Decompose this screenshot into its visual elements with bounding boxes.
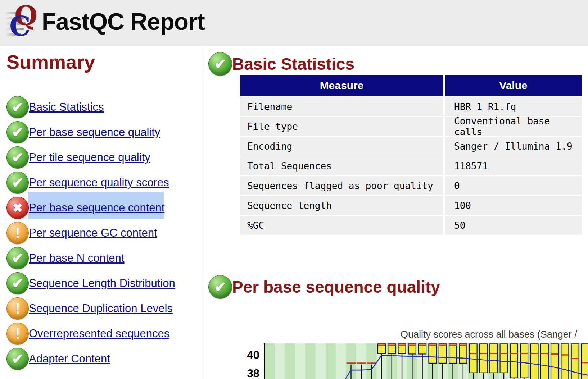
plot-band: [305, 343, 316, 379]
page-title: FastQC Report: [42, 8, 205, 35]
summary-link[interactable]: Overrepresented sequences: [29, 327, 169, 340]
basic-statistics-table: Measure Value FilenameHBR_1_R1.fqFile ty…: [240, 75, 582, 235]
value-cell: Sanger / Illumina 1.9: [445, 137, 582, 156]
value-cell: 0: [445, 176, 582, 195]
measure-cell: Sequence length: [240, 196, 443, 215]
quartile-box: [449, 344, 457, 363]
summary-item-sequence-duplication-levels: !Sequence Duplication Levels: [6, 296, 201, 321]
quartile-box: [490, 344, 497, 373]
quartile-box: [551, 344, 558, 379]
summary-item-per-sequence-gc-content: !Per sequence GC content: [6, 220, 201, 246]
quartile-box: [510, 344, 518, 378]
table-row: FilenameHBR_1_R1.fq: [240, 97, 582, 116]
pass-tick-icon: ✔: [6, 172, 29, 194]
logo-letter-c: C: [9, 11, 31, 42]
quality-boxplot-svg: 4038Quality scores across all bases (San…: [239, 325, 588, 379]
summary-link[interactable]: Per tile sequence quality: [29, 151, 150, 164]
quartile-box: [459, 344, 467, 363]
summary-heading: Summary: [6, 51, 95, 73]
summary-item-per-base-n-content: ✔Per base N content: [6, 246, 201, 271]
summary-link[interactable]: Per base sequence quality: [29, 126, 160, 139]
per-base-quality-section-header: ✔ Per base sequence quality: [208, 275, 440, 299]
plot-band: [264, 343, 275, 379]
table-row: File typeConventional base calls: [240, 117, 582, 136]
summary-link[interactable]: Per sequence GC content: [29, 227, 157, 239]
quartile-box: [429, 344, 436, 363]
quartile-box: [520, 344, 528, 378]
summary-item-adapter-content: ✔Adapter Content: [6, 346, 201, 371]
value-cell: Conventional base calls: [445, 117, 582, 136]
fail-cross-icon: ✖: [6, 197, 29, 219]
summary-list: ✔Basic Statistics✔Per base sequence qual…: [6, 95, 201, 371]
quartile-box: [480, 344, 487, 373]
summary-link[interactable]: Per base N content: [29, 252, 124, 265]
pass-tick-icon: ✔: [208, 52, 232, 76]
summary-link[interactable]: Sequence Duplication Levels: [29, 302, 173, 315]
table-row: Sequence length100: [240, 196, 582, 215]
measure-cell: Encoding: [240, 137, 443, 156]
table-row: Total Sequences118571: [240, 156, 582, 175]
main-content: ✔ Basic Statistics Measure Value Filenam…: [203, 46, 588, 379]
pass-tick-icon: ✔: [6, 146, 29, 169]
summary-link[interactable]: Sequence Length Distribution: [29, 277, 175, 290]
table-row: EncodingSanger / Illumina 1.9: [240, 137, 582, 156]
measure-column-header: Measure: [240, 75, 443, 96]
summary-sidebar: Summary ✔Basic Statistics✔Per base seque…: [0, 46, 203, 379]
warn-exclamation-icon: !: [6, 222, 29, 244]
summary-link[interactable]: Adapter Content: [29, 352, 110, 365]
value-column-header: Value: [445, 75, 582, 96]
pass-tick-icon: ✔: [6, 247, 29, 269]
summary-item-sequence-length-distribution: ✔Sequence Length Distribution: [6, 271, 201, 296]
measure-cell: %GC: [240, 216, 443, 235]
report-header: Q C FastQC Report: [0, 0, 588, 46]
basic-statistics-title: Basic Statistics: [232, 54, 354, 74]
quartile-box: [530, 344, 538, 379]
summary-item-per-base-sequence-quality: ✔Per base sequence quality: [6, 120, 201, 145]
table-row: %GC50: [240, 216, 582, 235]
measure-cell: Filename: [240, 97, 443, 116]
table-header-row: Measure Value: [240, 75, 582, 96]
pass-tick-icon: ✔: [6, 121, 29, 143]
chart-title: Quality scores across all bases (Sanger …: [401, 329, 577, 340]
per-base-quality-chart: 4038Quality scores across all bases (San…: [239, 325, 588, 379]
quartile-box: [439, 344, 447, 363]
pass-tick-icon: ✔: [6, 96, 29, 118]
value-cell: 118571: [445, 156, 582, 175]
value-cell: 100: [445, 196, 582, 215]
summary-item-per-sequence-quality-scores: ✔Per sequence quality scores: [6, 170, 201, 195]
measure-cell: Total Sequences: [240, 156, 443, 175]
measure-cell: File type: [240, 117, 443, 136]
summary-item-per-tile-sequence-quality: ✔Per tile sequence quality: [6, 145, 201, 170]
y-tick-label: 40: [247, 349, 259, 361]
value-cell: HBR_1_R1.fq: [445, 97, 582, 116]
warn-exclamation-icon: !: [6, 297, 29, 320]
plot-band: [326, 343, 336, 379]
pass-tick-icon: ✔: [6, 348, 29, 370]
plot-band: [295, 343, 306, 379]
pass-tick-icon: ✔: [6, 272, 29, 294]
summary-link[interactable]: Per sequence quality scores: [29, 176, 169, 189]
plot-band: [285, 343, 295, 379]
summary-item-per-base-sequence-content: ✖Per base sequence content: [6, 195, 201, 220]
quartile-box: [561, 344, 569, 379]
summary-link[interactable]: Basic Statistics: [29, 101, 104, 114]
quartile-box: [500, 344, 508, 373]
fastqc-logo-icon: Q C: [5, 5, 44, 41]
table-row: Sequences flagged as poor quality0: [240, 176, 582, 195]
warn-exclamation-icon: !: [6, 323, 29, 345]
per-base-quality-title: Per base sequence quality: [232, 277, 440, 297]
pass-tick-icon: ✔: [208, 275, 232, 299]
summary-item-overrepresented-sequences: !Overrepresented sequences: [6, 321, 201, 346]
value-cell: 50: [445, 216, 582, 235]
plot-band: [275, 343, 285, 379]
plot-band: [316, 343, 326, 379]
plot-band: [336, 343, 346, 379]
quartile-box: [541, 344, 548, 379]
basic-statistics-section-header: ✔ Basic Statistics: [208, 52, 354, 76]
quartile-box: [571, 344, 579, 379]
summary-link[interactable]: Per base sequence content: [29, 201, 164, 214]
measure-cell: Sequences flagged as poor quality: [240, 176, 443, 195]
summary-item-basic-statistics: ✔Basic Statistics: [6, 95, 201, 120]
y-tick-label: 38: [247, 367, 259, 379]
